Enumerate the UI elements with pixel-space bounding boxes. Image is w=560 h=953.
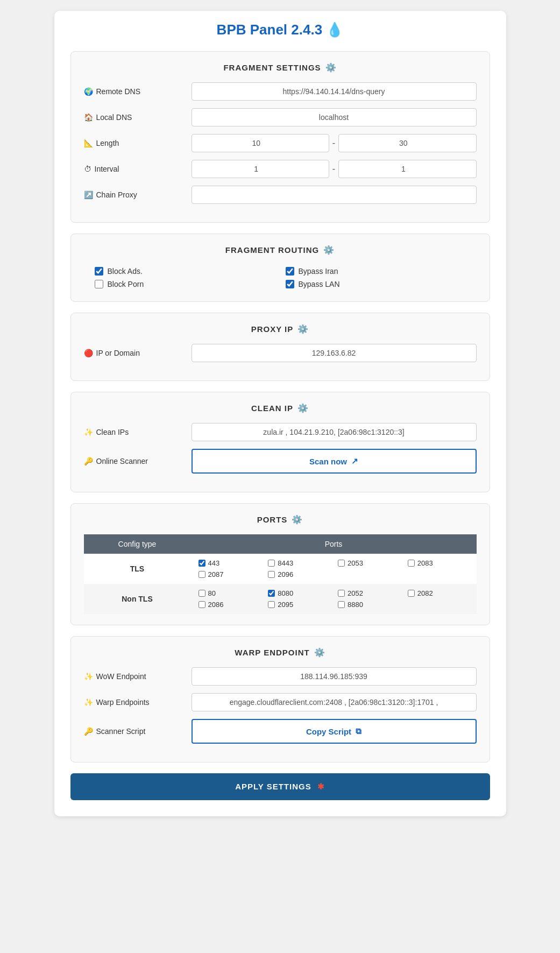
ports-header: Ports [191,534,477,554]
fragment-settings-title: FRAGMENT SETTINGS ⚙️ [84,62,477,73]
proxy-ip-title: PROXY IP ⚙️ [84,324,477,334]
clock-icon: ⏱ [84,165,91,173]
non-tls-label: Non TLS [84,584,191,614]
port-8080-checkbox[interactable] [268,590,275,597]
tls-row: TLS 443 8443 [84,554,477,584]
local-dns-label: 🏠 Local DNS [84,113,192,122]
non-tls-row: Non TLS 80 8080 [84,584,477,614]
clean-ip-section: CLEAN IP ⚙️ ✨ Clean IPs 🔑 Online Scanner… [70,392,490,492]
bypass-lan-checkbox[interactable] [286,280,294,288]
scanner-script-row: 🔑 Scanner Script Copy Script ⧉ [84,719,477,744]
bypass-iran-row: Bypass Iran [286,267,466,276]
key-icon-2: 🔑 [84,727,93,736]
length-label: 📐 Length [84,139,192,147]
block-porn-checkbox[interactable] [95,280,103,288]
port-8080: 8080 [268,589,329,597]
copy-icon: ⧉ [356,726,361,736]
block-ads-label: Block Ads. [108,267,143,276]
port-2053-checkbox[interactable] [338,560,345,567]
local-dns-input[interactable] [192,108,477,126]
external-link-icon: ↗ [351,456,358,466]
port-8880-checkbox[interactable] [338,601,345,608]
port-2083: 2083 [408,559,469,567]
pink-dot-icon: 🔴 [84,349,93,357]
wow-endpoint-input[interactable] [192,667,477,686]
port-80-checkbox[interactable] [199,590,205,597]
port-443-checkbox[interactable] [199,560,205,567]
port-2095-checkbox[interactable] [268,601,275,608]
routing-grid: Block Ads. Bypass Iran Block Porn Bypass… [84,265,477,291]
warp-endpoint-section: WARP ENDPOINT ⚙️ ✨ WoW Endpoint ✨ Warp E… [70,636,490,763]
apply-settings-button[interactable]: APPLY SETTINGS ✱ [70,773,490,800]
fragment-routing-section: FRAGMENT ROUTING ⚙️ Block Ads. Bypass Ir… [70,234,490,302]
key-icon: 🔑 [84,457,93,465]
port-2082: 2082 [408,589,469,597]
wow-endpoint-label: ✨ WoW Endpoint [84,672,192,681]
port-8443-checkbox[interactable] [268,560,275,567]
warp-endpoints-label: ✨ Warp Endpoints [84,698,192,707]
port-2096-checkbox[interactable] [268,571,275,578]
gear-icon: ⚙️ [325,62,337,73]
port-2096: 2096 [268,570,329,578]
gear-icon-5: ⚙️ [292,514,303,525]
remote-dns-input[interactable] [192,82,477,101]
port-2052-checkbox[interactable] [338,590,345,597]
port-2082-checkbox[interactable] [408,590,415,597]
scan-now-button[interactable]: Scan now ↗ [192,449,477,474]
ports-section: PORTS ⚙️ Config type Ports TLS 443 [70,503,490,625]
ports-title: PORTS ⚙️ [84,514,477,525]
bypass-iran-checkbox[interactable] [286,267,294,276]
length-range: - [192,134,477,152]
warning-icon: ✱ [317,782,325,791]
port-2087-checkbox[interactable] [199,571,205,578]
port-443: 443 [199,559,260,567]
clean-ips-input[interactable] [192,423,477,441]
port-2086-checkbox[interactable] [199,601,205,608]
chain-proxy-row: ↗️ Chain Proxy [84,186,477,204]
scanner-label: 🔑 Online Scanner [84,457,192,465]
block-ads-checkbox[interactable] [95,267,103,276]
copy-script-button[interactable]: Copy Script ⧉ [192,719,477,744]
length-min-input[interactable] [192,134,329,152]
gear-icon-2: ⚙️ [323,245,335,255]
warp-endpoints-row: ✨ Warp Endpoints [84,693,477,711]
ports-table: Config type Ports TLS 443 [84,534,477,614]
non-tls-ports: 80 8080 2052 [191,584,477,614]
warp-endpoint-title: WARP ENDPOINT ⚙️ [84,647,477,658]
bypass-iran-label: Bypass Iran [299,267,338,276]
gear-icon-6: ⚙️ [314,647,325,658]
local-dns-row: 🏠 Local DNS [84,108,477,126]
clean-ips-row: ✨ Clean IPs [84,423,477,441]
triangle-icon: 📐 [84,139,93,147]
length-max-input[interactable] [338,134,476,152]
proxy-ip-section: PROXY IP ⚙️ 🔴 IP or Domain [70,313,490,381]
block-ads-row: Block Ads. [95,267,275,276]
warp-endpoints-input[interactable] [192,693,477,711]
tls-label: TLS [84,554,191,584]
port-2095: 2095 [268,601,329,609]
range-separator: - [332,138,335,148]
fragment-routing-title: FRAGMENT ROUTING ⚙️ [84,245,477,255]
clean-ip-title: CLEAN IP ⚙️ [84,403,477,413]
block-porn-row: Block Porn [95,280,275,288]
interval-max-input[interactable] [338,160,476,178]
sparkle-icon: ✨ [84,428,93,436]
bypass-lan-label: Bypass LAN [299,280,340,288]
config-type-header: Config type [84,534,191,554]
gear-icon-4: ⚙️ [297,403,309,413]
port-2083-checkbox[interactable] [408,560,415,567]
port-8443: 8443 [268,559,329,567]
range-separator-2: - [332,164,335,174]
interval-range: - [192,160,477,178]
port-2086: 2086 [199,601,260,609]
block-porn-label: Block Porn [108,280,144,288]
ip-domain-row: 🔴 IP or Domain [84,344,477,362]
ip-domain-input[interactable] [192,344,477,362]
scanner-row: 🔑 Online Scanner Scan now ↗ [84,449,477,474]
port-80: 80 [199,589,260,597]
chain-proxy-input[interactable] [192,186,477,204]
page-title: BPB Panel 2.4.3 💧 [70,22,490,38]
remote-dns-row: 🌍 Remote DNS [84,82,477,101]
port-2087: 2087 [199,570,260,578]
interval-min-input[interactable] [192,160,329,178]
